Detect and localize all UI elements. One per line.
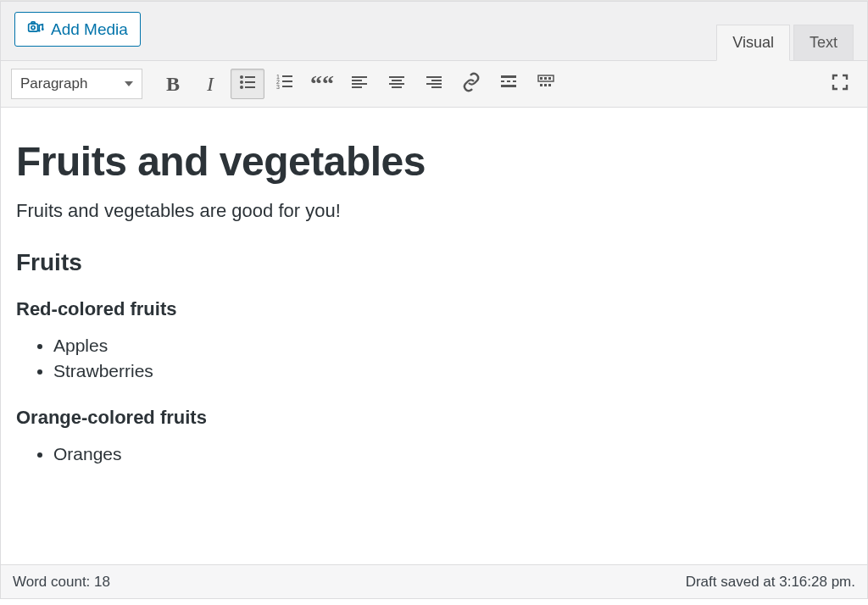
- word-count-value: 18: [94, 574, 110, 590]
- doc-heading-3: Red-colored fruits: [16, 298, 867, 320]
- add-media-label: Add Media: [51, 21, 128, 37]
- doc-heading-3: Orange-colored fruits: [16, 407, 867, 429]
- fullscreen-button[interactable]: [823, 69, 857, 99]
- list-item: Oranges: [53, 444, 867, 464]
- svg-rect-20: [352, 86, 362, 88]
- svg-rect-40: [548, 84, 551, 86]
- svg-rect-26: [431, 80, 442, 81]
- insert-more-button[interactable]: [492, 69, 526, 99]
- doc-bullet-list: Oranges: [53, 444, 867, 464]
- fullscreen-icon: [830, 72, 850, 96]
- word-count: Word count: 18: [13, 574, 110, 591]
- blockquote-button[interactable]: ““: [305, 69, 339, 99]
- svg-rect-31: [507, 80, 510, 82]
- svg-rect-33: [501, 85, 516, 87]
- link-icon: [461, 72, 481, 96]
- italic-icon: I: [207, 73, 214, 96]
- blockquote-icon: ““: [310, 79, 334, 88]
- bulleted-list-button[interactable]: [231, 69, 264, 99]
- italic-button[interactable]: I: [193, 69, 227, 99]
- numbered-list-icon: 1 2 3: [275, 72, 295, 96]
- svg-rect-0: [29, 24, 38, 31]
- svg-rect-17: [352, 76, 367, 78]
- list-item: Strawberries: [53, 361, 867, 381]
- editor-status-bar: Word count: 18 Draft saved at 3:16:28 pm…: [0, 565, 868, 599]
- bold-button[interactable]: B: [156, 69, 190, 99]
- read-more-icon: [498, 72, 519, 96]
- block-format-select[interactable]: Paragraph: [11, 69, 142, 99]
- svg-point-1: [31, 26, 35, 30]
- svg-rect-30: [501, 80, 504, 82]
- svg-point-3: [38, 30, 41, 32]
- svg-point-4: [42, 28, 44, 31]
- doc-heading-1: Fruits and vegetables: [16, 138, 867, 185]
- svg-point-9: [240, 86, 243, 89]
- tab-visual-label: Visual: [732, 34, 774, 51]
- chevron-down-icon: [125, 81, 133, 86]
- toolbar-toggle-button[interactable]: [529, 69, 563, 99]
- align-right-button[interactable]: [417, 69, 451, 99]
- svg-rect-29: [501, 75, 516, 78]
- svg-rect-24: [392, 86, 402, 88]
- svg-point-7: [240, 80, 243, 84]
- doc-heading-2: Fruits: [16, 249, 867, 276]
- media-tab-bar: Add Media Visual Text: [0, 1, 868, 60]
- draft-saved-status: Draft saved at 3:16:28 pm.: [686, 574, 855, 591]
- svg-rect-22: [392, 80, 402, 81]
- tab-text-label: Text: [810, 34, 837, 51]
- bold-icon: B: [166, 73, 180, 96]
- svg-point-5: [240, 75, 243, 79]
- svg-rect-36: [544, 77, 547, 80]
- bulleted-list-icon: [237, 72, 258, 96]
- list-item: Apples: [53, 336, 867, 356]
- format-toolbar: Paragraph B I 1 2 3: [0, 60, 868, 108]
- svg-rect-25: [426, 76, 442, 78]
- block-format-selected-label: Paragraph: [20, 75, 87, 92]
- align-center-icon: [387, 72, 407, 96]
- svg-rect-18: [352, 80, 362, 81]
- svg-rect-32: [513, 80, 516, 82]
- tab-visual[interactable]: Visual: [716, 25, 790, 61]
- align-right-icon: [424, 72, 444, 96]
- camera-music-icon: [27, 19, 44, 39]
- kitchen-sink-icon: [536, 72, 556, 96]
- svg-rect-8: [245, 81, 255, 83]
- svg-text:3: 3: [276, 84, 280, 90]
- svg-rect-16: [282, 86, 292, 87]
- svg-rect-38: [540, 84, 542, 86]
- svg-rect-2: [31, 22, 35, 24]
- editor-content-area[interactable]: Fruits and vegetables Fruits and vegetab…: [0, 108, 868, 565]
- editor-container: Add Media Visual Text Paragraph B I: [0, 0, 868, 599]
- doc-paragraph: Fruits and vegetables are good for you!: [16, 200, 867, 222]
- svg-rect-27: [426, 83, 442, 85]
- tab-text[interactable]: Text: [793, 25, 854, 61]
- editor-mode-tabs: Visual Text: [716, 24, 854, 60]
- svg-rect-28: [431, 86, 442, 88]
- svg-rect-21: [389, 76, 404, 78]
- editor-content: Fruits and vegetables Fruits and vegetab…: [1, 138, 867, 464]
- svg-rect-35: [540, 77, 542, 80]
- align-center-button[interactable]: [380, 69, 414, 99]
- align-left-icon: [349, 72, 370, 96]
- svg-rect-12: [282, 75, 292, 77]
- numbered-list-button[interactable]: 1 2 3: [268, 69, 302, 99]
- svg-rect-39: [544, 84, 547, 86]
- svg-rect-23: [389, 83, 404, 85]
- svg-rect-37: [548, 77, 551, 80]
- add-media-button[interactable]: Add Media: [14, 12, 141, 47]
- svg-rect-19: [352, 83, 367, 85]
- svg-rect-6: [245, 76, 255, 78]
- insert-link-button[interactable]: [454, 69, 488, 99]
- align-left-button[interactable]: [342, 69, 376, 99]
- svg-rect-14: [282, 80, 292, 82]
- svg-rect-10: [245, 86, 255, 88]
- word-count-label: Word count:: [13, 574, 90, 590]
- doc-bullet-list: Apples Strawberries: [53, 336, 867, 381]
